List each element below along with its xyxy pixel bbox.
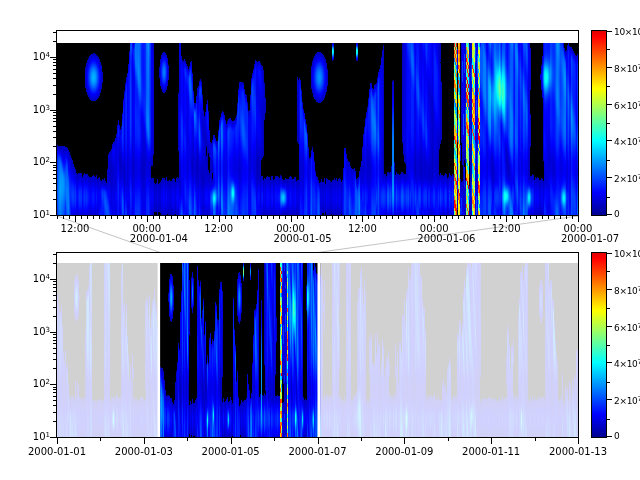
- y-minor-tick: [53, 368, 57, 369]
- x-minor-tick: [560, 216, 561, 219]
- x-minor-tick: [93, 216, 94, 219]
- top-spectrogram-canvas[interactable]: [57, 31, 578, 215]
- y-minor-tick: [53, 281, 57, 282]
- y-minor-tick: [53, 287, 57, 288]
- y-minor-tick: [53, 115, 57, 116]
- x-minor-tick: [416, 216, 417, 219]
- colorbar-minor-tick: [607, 160, 610, 161]
- top-spectrogram-panel: [56, 30, 579, 216]
- x-date-label: 2000-01-07: [561, 233, 619, 244]
- x-minor-tick: [105, 216, 106, 219]
- x-minor-tick: [440, 216, 441, 219]
- x-time-label: 12:00: [61, 223, 90, 234]
- x-minor-tick: [542, 216, 543, 219]
- y-minor-tick: [53, 32, 57, 33]
- x-minor-tick: [225, 216, 226, 219]
- y-major-tick: [50, 279, 57, 280]
- x-minor-tick: [69, 216, 70, 219]
- colorbar-minor-tick: [607, 197, 610, 198]
- colorbar-minor-tick: [607, 271, 610, 272]
- x-major-tick: [506, 216, 507, 222]
- x-minor-tick: [428, 216, 429, 219]
- y-minor-tick: [53, 170, 57, 171]
- y-tick-label: 103: [16, 103, 50, 115]
- x-minor-tick: [386, 216, 387, 219]
- y-minor-tick: [53, 94, 57, 95]
- y-minor-tick: [53, 343, 57, 344]
- colorbar-tick-label: 4×107: [614, 135, 640, 147]
- x-minor-tick: [99, 216, 100, 219]
- x-minor-tick: [255, 216, 256, 219]
- y-minor-tick: [53, 199, 57, 200]
- y-minor-tick: [53, 121, 57, 122]
- x-major-tick: [291, 216, 292, 222]
- y-minor-tick: [53, 62, 57, 63]
- x-minor-tick: [171, 216, 172, 219]
- colorbar-tick-label: 2×107: [614, 172, 640, 184]
- y-minor-tick: [53, 400, 57, 401]
- y-major-tick: [50, 162, 57, 163]
- x-minor-tick: [63, 216, 64, 219]
- y-major-tick: [50, 110, 57, 111]
- y-minor-tick: [53, 295, 57, 296]
- x-minor-tick: [392, 216, 393, 219]
- x-minor-tick: [332, 216, 333, 219]
- x-date-label: 2000-01-04: [130, 233, 188, 244]
- colorbar-tick-label: 10×107: [614, 25, 640, 37]
- selection-region[interactable]: [160, 253, 317, 437]
- x-date-label: 2000-01-11: [462, 446, 520, 457]
- x-minor-tick: [273, 216, 274, 219]
- top-colorbar-canvas: [592, 31, 606, 215]
- x-major-tick: [75, 216, 76, 222]
- y-minor-tick: [53, 389, 57, 390]
- y-minor-tick: [53, 291, 57, 292]
- x-minor-tick: [57, 216, 58, 219]
- x-minor-tick: [368, 216, 369, 219]
- x-major-tick: [578, 216, 579, 222]
- y-minor-tick: [53, 307, 57, 308]
- colorbar-tick-label: 6×107: [614, 99, 640, 111]
- y-minor-tick: [53, 174, 57, 175]
- y-tick-label: 101: [16, 208, 50, 220]
- bottom-spectrogram-canvas[interactable]: [57, 253, 578, 437]
- bottom-colorbar: [591, 252, 607, 438]
- colorbar-major-tick: [607, 67, 612, 68]
- x-minor-tick: [141, 216, 142, 219]
- colorbar-tick-label: 6×107: [614, 321, 640, 333]
- y-minor-tick: [53, 421, 57, 422]
- x-minor-tick: [494, 216, 495, 219]
- colorbar-major-tick: [607, 362, 612, 363]
- x-minor-tick: [344, 216, 345, 219]
- colorbar-tick-label: 4×107: [614, 357, 640, 369]
- x-date-label: 2000-01-05: [274, 233, 332, 244]
- y-minor-tick: [53, 359, 57, 360]
- y-minor-tick: [53, 387, 57, 388]
- y-minor-tick: [53, 284, 57, 285]
- y-minor-tick: [53, 348, 57, 349]
- x-minor-tick: [530, 216, 531, 219]
- x-major-tick: [219, 216, 220, 222]
- x-minor-tick: [500, 216, 501, 219]
- y-minor-tick: [53, 353, 57, 354]
- x-minor-tick: [183, 216, 184, 219]
- x-major-tick: [434, 216, 435, 222]
- x-minor-tick: [320, 216, 321, 219]
- y-tick-label: 102: [16, 377, 50, 389]
- x-minor-tick: [249, 216, 250, 219]
- y-minor-tick: [53, 337, 57, 338]
- x-minor-tick: [422, 216, 423, 219]
- y-major-tick: [50, 437, 57, 438]
- colorbar-tick-label: 8×107: [614, 284, 640, 296]
- x-minor-tick: [201, 216, 202, 219]
- y-tick-label: 102: [16, 155, 50, 167]
- colorbar-tick-label: 2×107: [614, 394, 640, 406]
- x-major-tick: [491, 438, 492, 444]
- y-minor-tick: [53, 167, 57, 168]
- bottom-colorbar-canvas: [592, 253, 606, 437]
- y-minor-tick: [53, 59, 57, 60]
- x-minor-tick: [81, 216, 82, 219]
- x-minor-tick: [536, 216, 537, 219]
- x-minor-tick: [243, 216, 244, 219]
- x-minor-tick: [159, 216, 160, 219]
- x-minor-tick: [356, 216, 357, 219]
